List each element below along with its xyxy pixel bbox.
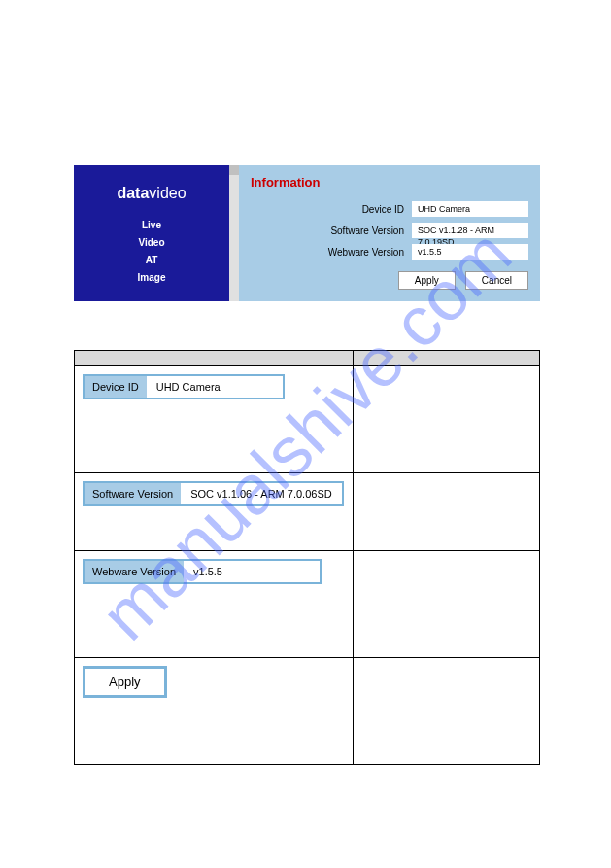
table-row: Device ID UHD Camera	[75, 366, 540, 473]
sidebar-item-video[interactable]: Video	[74, 237, 229, 248]
field-software-version: Software Version SOC v1.1.06 - ARM 7.0.0…	[83, 481, 344, 506]
info-buttons: Apply Cancel	[251, 271, 528, 290]
info-title: Information	[251, 175, 528, 190]
sidebar-item-live[interactable]: Live	[74, 220, 229, 230]
doc-table: Device ID UHD Camera Software Version SO…	[74, 350, 540, 765]
field-label-webware-version: Webware Version	[85, 561, 184, 582]
field-value-webware-version: v1.5.5	[184, 561, 320, 582]
info-label-webware-version: Webware Version	[328, 247, 412, 258]
table-header-right	[354, 351, 540, 366]
info-value-device-id[interactable]: UHD Camera	[412, 201, 528, 217]
cancel-button[interactable]: Cancel	[465, 271, 528, 290]
info-label-device-id: Device ID	[362, 204, 412, 215]
apply-button-table[interactable]: Apply	[83, 666, 167, 698]
apply-button[interactable]: Apply	[398, 271, 456, 290]
info-row-device-id: Device ID UHD Camera	[251, 201, 528, 217]
table-header-row	[75, 351, 540, 366]
logo-prefix: data	[117, 185, 149, 201]
table-row: Webware Version v1.5.5	[75, 551, 540, 658]
sidebar: datavideo Live Video AT Image	[74, 165, 229, 301]
info-panel: Information Device ID UHD Camera Softwar…	[239, 165, 540, 301]
table-header-left	[75, 351, 354, 366]
logo-suffix: video	[149, 185, 186, 201]
info-value-software-version: SOC v1.1.28 - ARM 7.0.19SD	[412, 223, 528, 238]
scrollbar[interactable]	[229, 165, 239, 301]
field-value-software-version: SOC v1.1.06 - ARM 7.0.06SD	[181, 483, 342, 504]
info-row-software-version: Software Version SOC v1.1.28 - ARM 7.0.1…	[251, 223, 528, 238]
field-label-software-version: Software Version	[85, 483, 181, 504]
sidebar-item-image[interactable]: Image	[74, 272, 229, 283]
field-label-device-id: Device ID	[85, 376, 147, 398]
sidebar-item-at[interactable]: AT	[74, 255, 229, 265]
field-webware-version: Webware Version v1.5.5	[83, 559, 322, 584]
field-value-device-id[interactable]: UHD Camera	[147, 376, 283, 398]
sidebar-logo: datavideo	[74, 185, 229, 202]
info-value-webware-version: v1.5.5	[412, 244, 528, 260]
info-row-webware-version: Webware Version v1.5.5	[251, 244, 528, 260]
screenshot-panel: datavideo Live Video AT Image Informatio…	[74, 165, 540, 301]
field-device-id: Device ID UHD Camera	[83, 374, 285, 399]
table-row: Software Version SOC v1.1.06 - ARM 7.0.0…	[75, 473, 540, 551]
info-label-software-version: Software Version	[330, 226, 412, 236]
table-row: Apply	[75, 658, 540, 765]
